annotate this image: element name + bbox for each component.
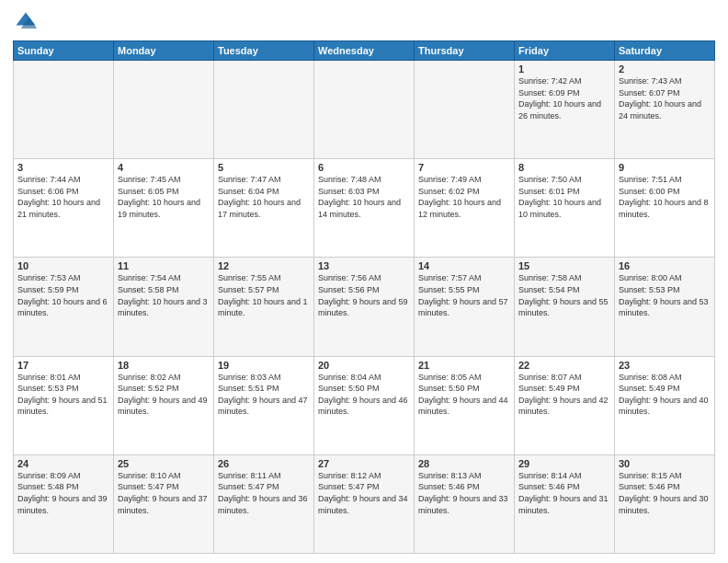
weekday-header-wednesday: Wednesday [314,41,415,61]
calendar-cell: 24Sunrise: 8:09 AM Sunset: 5:48 PM Dayli… [14,454,114,553]
day-info: Sunrise: 8:14 AM Sunset: 5:46 PM Dayligh… [518,470,610,516]
day-info: Sunrise: 7:57 AM Sunset: 5:55 PM Dayligh… [418,272,510,318]
calendar-cell: 13Sunrise: 7:56 AM Sunset: 5:56 PM Dayli… [314,258,415,356]
day-number: 26 [218,458,310,469]
day-number: 9 [619,162,711,173]
day-number: 21 [418,360,510,371]
day-info: Sunrise: 7:58 AM Sunset: 5:54 PM Dayligh… [518,272,610,318]
day-number: 22 [518,360,610,371]
week-row-4: 17Sunrise: 8:01 AM Sunset: 5:53 PM Dayli… [14,356,715,454]
calendar-cell: 29Sunrise: 8:14 AM Sunset: 5:46 PM Dayli… [515,454,615,553]
header [13,9,715,35]
day-info: Sunrise: 8:11 AM Sunset: 5:47 PM Dayligh… [218,470,310,516]
day-info: Sunrise: 8:04 AM Sunset: 5:50 PM Dayligh… [318,372,410,418]
day-info: Sunrise: 7:56 AM Sunset: 5:56 PM Dayligh… [318,272,410,318]
day-number: 16 [619,260,711,271]
week-row-3: 10Sunrise: 7:53 AM Sunset: 5:59 PM Dayli… [14,258,715,356]
weekday-header-sunday: Sunday [14,41,114,61]
day-number: 3 [17,162,109,173]
day-number: 18 [118,360,210,371]
day-info: Sunrise: 8:01 AM Sunset: 5:53 PM Dayligh… [17,372,109,418]
day-number: 17 [17,360,109,371]
calendar-cell: 27Sunrise: 8:12 AM Sunset: 5:47 PM Dayli… [314,454,415,553]
day-number: 10 [17,260,109,271]
day-info: Sunrise: 8:15 AM Sunset: 5:46 PM Dayligh… [619,470,711,516]
page: SundayMondayTuesdayWednesdayThursdayFrid… [0,0,728,563]
calendar-cell: 25Sunrise: 8:10 AM Sunset: 5:47 PM Dayli… [114,454,214,553]
calendar-cell: 10Sunrise: 7:53 AM Sunset: 5:59 PM Dayli… [14,258,114,356]
day-info: Sunrise: 8:09 AM Sunset: 5:48 PM Dayligh… [17,470,109,516]
calendar-cell [314,61,415,159]
week-row-2: 3Sunrise: 7:44 AM Sunset: 6:06 PM Daylig… [14,159,715,258]
day-info: Sunrise: 8:07 AM Sunset: 5:49 PM Dayligh… [518,372,610,418]
calendar-cell: 15Sunrise: 7:58 AM Sunset: 5:54 PM Dayli… [515,258,615,356]
calendar-cell: 20Sunrise: 8:04 AM Sunset: 5:50 PM Dayli… [314,356,415,454]
calendar-cell [14,61,114,159]
day-info: Sunrise: 7:51 AM Sunset: 6:00 PM Dayligh… [619,174,711,220]
day-info: Sunrise: 7:43 AM Sunset: 6:07 PM Dayligh… [619,75,711,121]
calendar-cell: 5Sunrise: 7:47 AM Sunset: 6:04 PM Daylig… [214,159,314,258]
day-number: 15 [518,260,610,271]
calendar-cell: 23Sunrise: 8:08 AM Sunset: 5:49 PM Dayli… [615,356,715,454]
day-number: 11 [118,260,210,271]
day-info: Sunrise: 7:50 AM Sunset: 6:01 PM Dayligh… [518,174,610,220]
day-number: 2 [619,63,711,75]
calendar-cell [214,61,314,159]
calendar-cell: 28Sunrise: 8:13 AM Sunset: 5:46 PM Dayli… [415,454,515,553]
calendar-cell: 6Sunrise: 7:48 AM Sunset: 6:03 PM Daylig… [314,159,415,258]
calendar-cell [114,61,214,159]
weekday-header-tuesday: Tuesday [214,41,314,61]
day-number: 6 [318,162,410,173]
weekday-header-row: SundayMondayTuesdayWednesdayThursdayFrid… [14,41,715,61]
day-info: Sunrise: 7:55 AM Sunset: 5:57 PM Dayligh… [218,272,310,318]
logo-icon [13,9,39,35]
day-number: 8 [518,162,610,173]
calendar-cell: 1Sunrise: 7:42 AM Sunset: 6:09 PM Daylig… [515,61,615,159]
day-info: Sunrise: 8:13 AM Sunset: 5:46 PM Dayligh… [418,470,510,516]
calendar-table: SundayMondayTuesdayWednesdayThursdayFrid… [13,40,715,554]
day-number: 13 [318,260,410,271]
day-info: Sunrise: 7:44 AM Sunset: 6:06 PM Dayligh… [17,174,109,220]
calendar-cell: 19Sunrise: 8:03 AM Sunset: 5:51 PM Dayli… [214,356,314,454]
logo [13,9,42,35]
day-number: 14 [418,260,510,271]
day-number: 5 [218,162,310,173]
day-number: 25 [118,458,210,469]
calendar-cell: 2Sunrise: 7:43 AM Sunset: 6:07 PM Daylig… [615,61,715,159]
day-info: Sunrise: 8:08 AM Sunset: 5:49 PM Dayligh… [619,372,711,418]
day-number: 4 [118,162,210,173]
calendar-cell: 16Sunrise: 8:00 AM Sunset: 5:53 PM Dayli… [615,258,715,356]
calendar-cell: 8Sunrise: 7:50 AM Sunset: 6:01 PM Daylig… [515,159,615,258]
day-info: Sunrise: 7:42 AM Sunset: 6:09 PM Dayligh… [518,75,610,121]
day-info: Sunrise: 8:05 AM Sunset: 5:50 PM Dayligh… [418,372,510,418]
day-info: Sunrise: 7:49 AM Sunset: 6:02 PM Dayligh… [418,174,510,220]
weekday-header-thursday: Thursday [415,41,515,61]
week-row-5: 24Sunrise: 8:09 AM Sunset: 5:48 PM Dayli… [14,454,715,553]
week-row-1: 1Sunrise: 7:42 AM Sunset: 6:09 PM Daylig… [14,61,715,159]
day-number: 12 [218,260,310,271]
day-number: 1 [518,63,610,75]
day-number: 20 [318,360,410,371]
calendar-cell: 9Sunrise: 7:51 AM Sunset: 6:00 PM Daylig… [615,159,715,258]
calendar-cell: 30Sunrise: 8:15 AM Sunset: 5:46 PM Dayli… [615,454,715,553]
calendar-cell: 21Sunrise: 8:05 AM Sunset: 5:50 PM Dayli… [415,356,515,454]
calendar-cell: 17Sunrise: 8:01 AM Sunset: 5:53 PM Dayli… [14,356,114,454]
day-info: Sunrise: 8:02 AM Sunset: 5:52 PM Dayligh… [118,372,210,418]
day-info: Sunrise: 7:54 AM Sunset: 5:58 PM Dayligh… [118,272,210,318]
day-info: Sunrise: 8:12 AM Sunset: 5:47 PM Dayligh… [318,470,410,516]
calendar-cell: 22Sunrise: 8:07 AM Sunset: 5:49 PM Dayli… [515,356,615,454]
weekday-header-friday: Friday [515,41,615,61]
day-info: Sunrise: 8:10 AM Sunset: 5:47 PM Dayligh… [118,470,210,516]
day-info: Sunrise: 7:47 AM Sunset: 6:04 PM Dayligh… [218,174,310,220]
calendar-cell: 12Sunrise: 7:55 AM Sunset: 5:57 PM Dayli… [214,258,314,356]
weekday-header-saturday: Saturday [615,41,715,61]
calendar-cell: 26Sunrise: 8:11 AM Sunset: 5:47 PM Dayli… [214,454,314,553]
calendar-cell: 11Sunrise: 7:54 AM Sunset: 5:58 PM Dayli… [114,258,214,356]
day-info: Sunrise: 7:53 AM Sunset: 5:59 PM Dayligh… [17,272,109,318]
calendar-cell: 4Sunrise: 7:45 AM Sunset: 6:05 PM Daylig… [114,159,214,258]
weekday-header-monday: Monday [114,41,214,61]
day-number: 30 [619,458,711,469]
day-info: Sunrise: 7:48 AM Sunset: 6:03 PM Dayligh… [318,174,410,220]
day-info: Sunrise: 8:00 AM Sunset: 5:53 PM Dayligh… [619,272,711,318]
day-number: 27 [318,458,410,469]
